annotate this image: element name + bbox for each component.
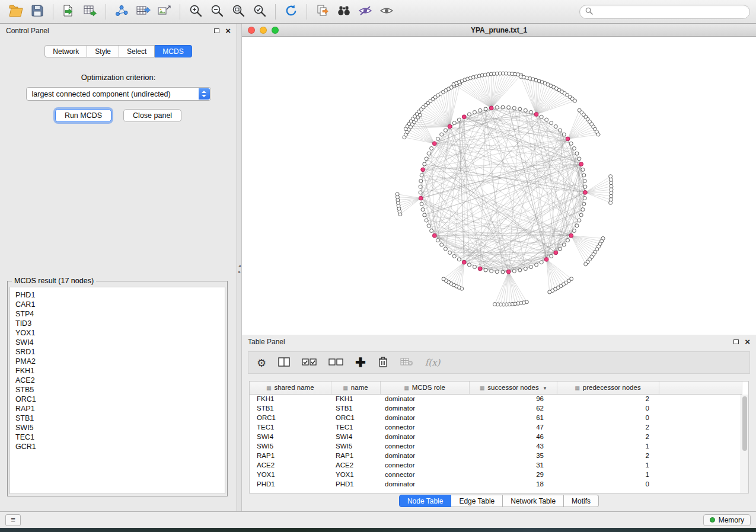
- network-node[interactable]: [610, 194, 613, 198]
- network-node[interactable]: [493, 303, 496, 306]
- table-settings-button[interactable]: ⚙: [257, 357, 266, 369]
- network-node[interactable]: [495, 105, 499, 109]
- network-node[interactable]: [566, 239, 570, 242]
- table-cell[interactable]: TEC1: [250, 422, 331, 432]
- close-panel-icon[interactable]: ×: [225, 28, 231, 34]
- table-row[interactable]: YOX1YOX1connector291: [250, 470, 742, 479]
- export-network-button[interactable]: [111, 3, 132, 21]
- network-node[interactable]: [529, 110, 533, 114]
- table-cell[interactable]: 2: [557, 422, 659, 432]
- import-table-button[interactable]: [80, 3, 100, 21]
- network-node[interactable]: [550, 121, 553, 125]
- network-node[interactable]: [540, 115, 543, 118]
- network-node[interactable]: [579, 213, 583, 217]
- network-node[interactable]: [609, 175, 613, 178]
- dominator-node[interactable]: [432, 142, 436, 146]
- hide-details-button[interactable]: [355, 3, 375, 21]
- import-network-button[interactable]: [59, 3, 79, 21]
- table-cell[interactable]: connector: [380, 460, 469, 470]
- network-node[interactable]: [609, 201, 613, 204]
- dominator-node[interactable]: [544, 257, 548, 261]
- network-node[interactable]: [495, 270, 499, 274]
- table-cell[interactable]: STB1: [250, 403, 331, 413]
- column-header-MCDS-role[interactable]: ▦MCDS role: [380, 382, 469, 394]
- network-node[interactable]: [540, 261, 543, 264]
- network-node[interactable]: [484, 268, 487, 272]
- maximize-window-button[interactable]: [272, 27, 279, 34]
- save-session-button[interactable]: [27, 3, 47, 21]
- network-node[interactable]: [562, 243, 566, 246]
- table-cell[interactable]: 96: [469, 394, 557, 403]
- mcds-result-item[interactable]: PMA2: [15, 357, 219, 366]
- tab-select[interactable]: Select: [119, 45, 155, 57]
- network-node[interactable]: [430, 147, 433, 150]
- network-node[interactable]: [423, 213, 426, 217]
- dominator-node[interactable]: [583, 190, 588, 194]
- dominator-node[interactable]: [462, 260, 466, 264]
- network-node[interactable]: [418, 113, 422, 117]
- table-cell[interactable]: SWI5: [331, 441, 380, 451]
- network-node[interactable]: [436, 239, 439, 242]
- network-node[interactable]: [554, 125, 557, 129]
- network-node[interactable]: [583, 185, 587, 188]
- network-node[interactable]: [572, 147, 576, 150]
- table-cell[interactable]: 0: [557, 479, 659, 489]
- network-node[interactable]: [452, 254, 456, 258]
- scrollbar-thumb[interactable]: [742, 396, 747, 451]
- close-panel-icon[interactable]: ×: [745, 339, 750, 345]
- memory-button[interactable]: Memory: [703, 514, 751, 526]
- network-node[interactable]: [395, 193, 399, 196]
- function-builder-button[interactable]: f(x): [425, 357, 441, 368]
- table-cell[interactable]: dominator: [380, 432, 469, 441]
- network-node[interactable]: [479, 108, 482, 112]
- table-cell[interactable]: dominator: [380, 394, 469, 403]
- table-cell[interactable]: 0: [557, 403, 659, 413]
- refresh-button[interactable]: [281, 3, 301, 21]
- table-cell[interactable]: ACE2: [250, 460, 331, 470]
- minimize-window-button[interactable]: [260, 27, 267, 34]
- delete-table-button[interactable]: [400, 357, 413, 368]
- mcds-result-item[interactable]: CAR1: [15, 300, 219, 309]
- mcds-result-item[interactable]: STB1: [15, 414, 219, 423]
- table-row[interactable]: TEC1TEC1connector472: [250, 422, 742, 432]
- network-node[interactable]: [440, 133, 444, 136]
- network-node[interactable]: [427, 224, 430, 227]
- table-tab-edge-table[interactable]: Edge Table: [451, 495, 503, 507]
- network-node[interactable]: [419, 185, 422, 188]
- table-cell[interactable]: STB1: [331, 403, 380, 413]
- add-column-button[interactable]: ✚: [355, 357, 366, 368]
- mcds-result-item[interactable]: TEC1: [15, 432, 219, 442]
- float-panel-icon[interactable]: [214, 28, 219, 33]
- network-node[interactable]: [596, 133, 600, 136]
- network-node[interactable]: [425, 219, 428, 222]
- table-cell[interactable]: 47: [469, 422, 557, 432]
- column-header-shared-name[interactable]: ▦shared name: [250, 382, 331, 394]
- network-node[interactable]: [419, 179, 423, 182]
- deselect-all-button[interactable]: [328, 357, 343, 368]
- table-row[interactable]: SWI4SWI4dominator462: [250, 432, 742, 441]
- table-cell[interactable]: FKH1: [331, 394, 380, 403]
- network-node[interactable]: [572, 229, 576, 233]
- table-cell[interactable]: RAP1: [331, 451, 380, 460]
- table-cell[interactable]: 18: [469, 479, 557, 489]
- network-node[interactable]: [442, 277, 445, 281]
- table-cell[interactable]: connector: [380, 470, 469, 479]
- mcds-result-item[interactable]: TID3: [15, 319, 219, 328]
- mcds-result-item[interactable]: GCR1: [15, 442, 219, 451]
- copy-button[interactable]: [312, 3, 333, 21]
- network-node[interactable]: [581, 168, 585, 171]
- mcds-result-item[interactable]: YOX1: [15, 328, 219, 338]
- close-window-button[interactable]: [248, 27, 255, 34]
- network-node[interactable]: [575, 224, 579, 227]
- table-cell[interactable]: FKH1: [250, 394, 331, 403]
- mcds-result-item[interactable]: ACE2: [15, 376, 219, 385]
- network-node[interactable]: [562, 133, 566, 136]
- mcds-result-item[interactable]: RAP1: [15, 404, 219, 414]
- network-node[interactable]: [575, 152, 579, 155]
- table-row[interactable]: ACE2ACE2connector311: [250, 460, 742, 470]
- table-cell[interactable]: 0: [557, 413, 659, 422]
- float-panel-icon[interactable]: [733, 339, 739, 344]
- mcds-result-item[interactable]: SRD1: [15, 347, 219, 357]
- network-node[interactable]: [559, 247, 562, 251]
- table-cell[interactable]: 1: [557, 460, 659, 470]
